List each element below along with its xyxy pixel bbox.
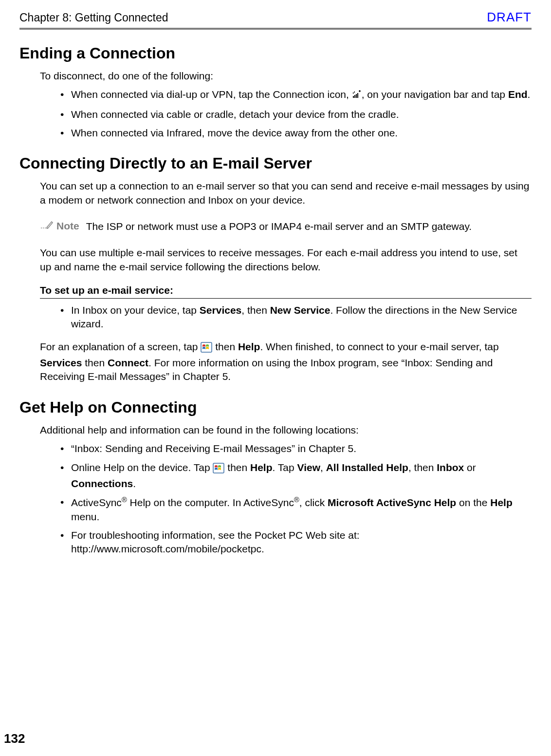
bold-services: Services bbox=[200, 304, 241, 316]
header-divider bbox=[19, 28, 532, 30]
text: . When finished, to connect to your e-ma… bbox=[260, 341, 498, 352]
text: , then bbox=[408, 462, 437, 473]
bold-end: End bbox=[508, 89, 528, 100]
list-item: ActiveSync® Help on the computer. In Act… bbox=[60, 495, 532, 524]
section3-bullets: “Inbox: Sending and Receiving E-mail Mes… bbox=[60, 442, 532, 556]
text: on the bbox=[456, 497, 490, 508]
svg-rect-3 bbox=[357, 93, 358, 98]
section2-body: You can set up a connection to an e-mail… bbox=[40, 179, 532, 383]
list-item: Online Help on the device. Tap then Help… bbox=[60, 461, 532, 491]
list-item: When connected via cable or cradle, deta… bbox=[60, 108, 532, 121]
heading-get-help: Get Help on Connecting bbox=[19, 398, 532, 416]
bold-ms-activesync-help: Microsoft ActiveSync Help bbox=[328, 497, 456, 508]
registered-mark: ® bbox=[122, 496, 127, 504]
section3-intro: Additional help and information can be f… bbox=[40, 423, 532, 437]
text: . bbox=[133, 478, 136, 489]
bold-help2: Help bbox=[250, 462, 273, 473]
svg-point-8 bbox=[45, 227, 46, 228]
text: , then bbox=[241, 304, 270, 316]
connection-icon bbox=[352, 89, 362, 102]
registered-mark: ® bbox=[294, 496, 299, 504]
svg-rect-0 bbox=[353, 96, 354, 98]
draft-stamp: DRAFT bbox=[487, 10, 532, 25]
note-label: Note bbox=[40, 220, 79, 232]
section3-body: Additional help and information can be f… bbox=[40, 423, 532, 556]
section1-bullets: When connected via dial-up or VPN, tap t… bbox=[60, 88, 532, 140]
bold-all-installed-help: All Installed Help bbox=[326, 462, 408, 473]
heading-ending-connection: Ending a Connection bbox=[19, 44, 532, 62]
page-number: 132 bbox=[4, 731, 25, 746]
heading-email-server: Connecting Directly to an E-mail Server bbox=[19, 154, 532, 172]
text: , bbox=[320, 462, 326, 473]
text: ActiveSync bbox=[71, 497, 122, 508]
pencil-icon bbox=[40, 220, 54, 232]
page: Chapter 8: Getting Connected DRAFT Endin… bbox=[0, 0, 551, 756]
text: , click bbox=[299, 497, 328, 508]
svg-rect-2 bbox=[356, 94, 357, 98]
section2-bullets: In Inbox on your device, tap Services, t… bbox=[60, 303, 532, 331]
list-item: When connected via Infrared, move the de… bbox=[60, 126, 532, 140]
text: . bbox=[528, 89, 531, 100]
chapter-title: Chapter 8: Getting Connected bbox=[19, 11, 168, 24]
text: When connected via dial-up or VPN, tap t… bbox=[71, 89, 352, 100]
list-item: In Inbox on your device, tap Services, t… bbox=[60, 303, 532, 331]
text: For an explanation of a screen, tap bbox=[40, 341, 201, 352]
subhead-setup-email: To set up an e-mail service: bbox=[40, 284, 532, 296]
section2-p1: You can set up a connection to an e-mail… bbox=[40, 179, 532, 207]
svg-point-6 bbox=[41, 227, 42, 228]
bold-services2: Services bbox=[40, 357, 82, 368]
text: then bbox=[224, 462, 250, 473]
note-text: The ISP or network must use a POP3 or IM… bbox=[86, 220, 472, 233]
text: In Inbox on your device, tap bbox=[71, 304, 200, 316]
bold-help: Help bbox=[238, 341, 260, 352]
windows-flag-icon bbox=[201, 342, 212, 356]
bold-view: View bbox=[297, 462, 320, 473]
bold-inbox: Inbox bbox=[437, 462, 464, 473]
note-block: Note The ISP or network must use a POP3 … bbox=[40, 220, 532, 233]
svg-point-7 bbox=[43, 227, 44, 228]
list-item: “Inbox: Sending and Receiving E-mail Mes… bbox=[60, 442, 532, 455]
windows-flag-icon bbox=[213, 463, 224, 477]
text: . Tap bbox=[273, 462, 297, 473]
text: or bbox=[464, 462, 476, 473]
list-item: When connected via dial-up or VPN, tap t… bbox=[60, 88, 532, 102]
bold-connections: Connections bbox=[71, 478, 133, 489]
list-item: For troubleshooting information, see the… bbox=[60, 529, 532, 556]
subhead-divider bbox=[40, 298, 532, 299]
section1-body: To disconnect, do one of the following: … bbox=[40, 69, 532, 140]
bold-connect: Connect bbox=[108, 357, 148, 368]
text: then bbox=[82, 357, 108, 368]
text: menu. bbox=[71, 511, 99, 522]
section1-intro: To disconnect, do one of the following: bbox=[40, 69, 532, 83]
note-label-text: Note bbox=[56, 220, 79, 232]
text: , on your navigation bar and tap bbox=[362, 89, 508, 100]
section2-p2: You can use multiple e-mail services to … bbox=[40, 246, 532, 274]
text: then bbox=[212, 341, 238, 352]
bold-new-service: New Service bbox=[270, 304, 331, 316]
text: Help on the computer. In ActiveSync bbox=[127, 497, 294, 508]
svg-rect-1 bbox=[354, 95, 355, 98]
section2-p3: For an explanation of a screen, tap then… bbox=[40, 340, 532, 384]
bold-help-menu: Help bbox=[490, 497, 513, 508]
header-row: Chapter 8: Getting Connected DRAFT bbox=[19, 10, 532, 25]
text: Online Help on the device. Tap bbox=[71, 462, 213, 473]
